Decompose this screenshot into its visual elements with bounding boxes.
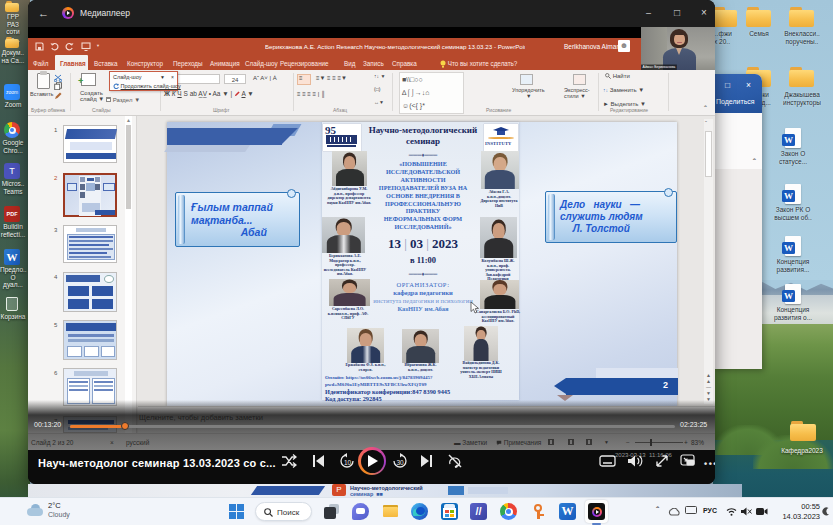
svg-text:10: 10 <box>344 459 352 466</box>
svg-text:30: 30 <box>397 459 405 466</box>
